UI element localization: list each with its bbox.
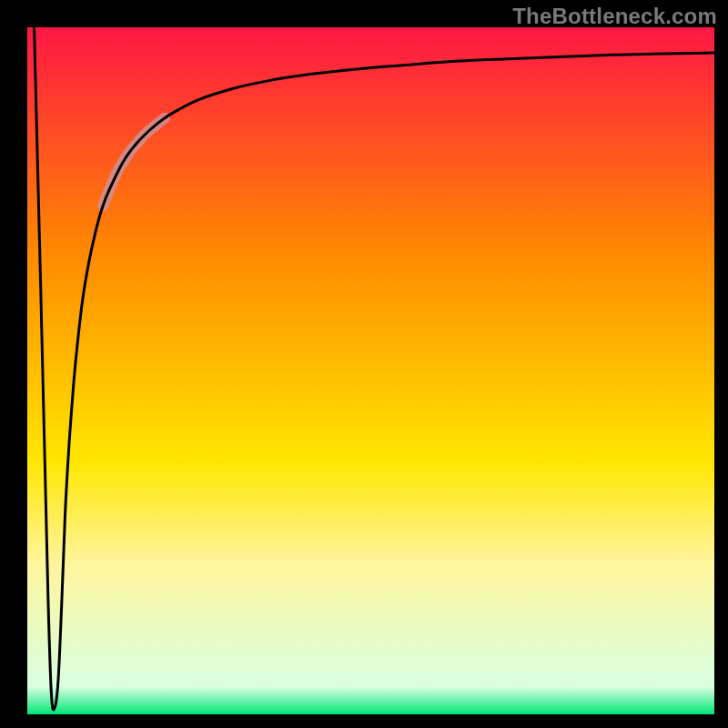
- gradient-background: [27, 27, 714, 714]
- chart-frame: TheBottleneck.com: [0, 0, 728, 728]
- plot-area: [27, 27, 714, 714]
- chart-svg: [27, 27, 714, 714]
- watermark-text: TheBottleneck.com: [512, 4, 717, 29]
